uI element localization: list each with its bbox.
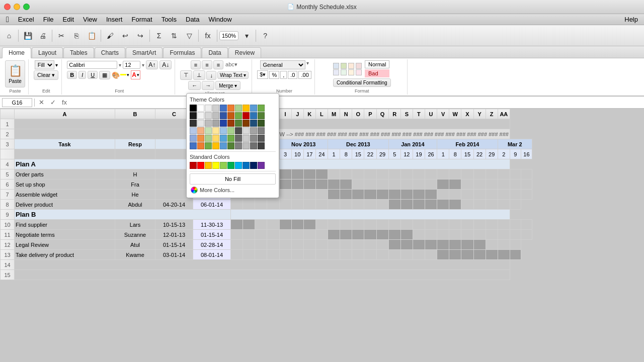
wrap-text-button[interactable]: Wrap Text ▾: [217, 71, 249, 79]
font-name-input[interactable]: [67, 61, 117, 69]
normal-style-box[interactable]: Normal: [365, 60, 389, 68]
swatch[interactable]: [250, 135, 257, 142]
help-icon[interactable]: ?: [258, 29, 272, 43]
align-top-button[interactable]: ⊤: [180, 70, 192, 80]
fx-icon[interactable]: fx: [201, 29, 215, 43]
swatch[interactable]: [243, 135, 250, 142]
paste-button[interactable]: 📋 Paste: [5, 60, 25, 87]
swatch[interactable]: [250, 105, 257, 112]
zoom-dropdown[interactable]: ▾: [239, 29, 254, 43]
zoom-control[interactable]: 150%: [219, 31, 238, 40]
col-header-AA[interactable]: AA: [498, 109, 510, 119]
swatch[interactable]: [205, 112, 212, 119]
swatch[interactable]: [212, 105, 219, 112]
swatch[interactable]: [205, 120, 212, 127]
more-colors-button[interactable]: More Colors...: [190, 186, 276, 195]
paste-icon[interactable]: 📋: [85, 29, 99, 43]
swatch[interactable]: [258, 112, 265, 119]
align-left-button[interactable]: ≡: [191, 60, 201, 69]
comma-button[interactable]: ,: [280, 71, 287, 79]
cut-icon[interactable]: ✂: [54, 29, 68, 43]
swatch[interactable]: [220, 142, 227, 149]
col-header-S[interactable]: S: [400, 109, 413, 119]
formula-confirm-button[interactable]: ✓: [48, 99, 58, 106]
swatch-blue[interactable]: [243, 162, 250, 169]
swatch[interactable]: [250, 112, 257, 119]
swatch[interactable]: [220, 127, 227, 134]
col-header-I[interactable]: I: [279, 109, 291, 119]
swatch[interactable]: [235, 127, 242, 134]
tab-data[interactable]: Data: [202, 47, 227, 58]
conditional-format-button[interactable]: Conditional Formatting: [333, 78, 391, 87]
italic-button[interactable]: I: [78, 71, 86, 79]
swatch[interactable]: [258, 135, 265, 142]
swatch[interactable]: [212, 112, 219, 119]
swatch[interactable]: [243, 112, 250, 119]
swatch[interactable]: [212, 127, 219, 134]
swatch[interactable]: [212, 135, 219, 142]
swatch[interactable]: [190, 127, 197, 134]
decimal-decrease-button[interactable]: .00: [298, 71, 311, 79]
col-header-Z[interactable]: Z: [486, 109, 498, 119]
swatch[interactable]: [235, 142, 242, 149]
cell-reference-box[interactable]: [2, 98, 32, 107]
tab-home[interactable]: Home: [2, 47, 31, 58]
tab-review[interactable]: Review: [228, 47, 261, 58]
swatch[interactable]: [205, 127, 212, 134]
filter-icon[interactable]: ▽: [182, 29, 196, 43]
swatch[interactable]: [205, 142, 212, 149]
col-header-K[interactable]: K: [303, 109, 315, 119]
redo-icon[interactable]: ↪: [133, 29, 147, 43]
indent-increase-button[interactable]: →: [202, 81, 214, 90]
swatch[interactable]: [243, 142, 250, 149]
swatch-dark-red[interactable]: [190, 162, 197, 169]
swatch[interactable]: [227, 135, 234, 142]
swatch[interactable]: [227, 142, 234, 149]
swatch[interactable]: [197, 142, 204, 149]
font-size-input[interactable]: [123, 61, 140, 69]
underline-button[interactable]: U: [88, 71, 98, 79]
decimal-increase-button[interactable]: .0: [288, 71, 297, 79]
formula-cancel-button[interactable]: ✕: [37, 99, 46, 106]
swatch[interactable]: [243, 105, 250, 112]
swatch[interactable]: [235, 135, 242, 142]
swatch[interactable]: [227, 105, 234, 112]
swatch[interactable]: [250, 142, 257, 149]
swatch-orange[interactable]: [205, 162, 212, 169]
swatch[interactable]: [197, 112, 204, 119]
swatch-red[interactable]: [197, 162, 204, 169]
menu-insert[interactable]: Insert: [102, 15, 127, 24]
col-header-A[interactable]: A: [15, 109, 115, 119]
fill-color-button[interactable]: 🎨 ▾: [112, 71, 129, 79]
swatch[interactable]: [243, 127, 250, 134]
swatch[interactable]: [235, 112, 242, 119]
col-header-J[interactable]: J: [291, 109, 303, 119]
menu-help[interactable]: Help: [620, 15, 642, 24]
borders-button[interactable]: ▦: [99, 71, 110, 79]
sum-icon[interactable]: Σ: [152, 29, 166, 43]
swatch[interactable]: [190, 135, 197, 142]
col-header-W[interactable]: W: [449, 109, 461, 119]
number-format-dropdown[interactable]: General: [260, 60, 305, 69]
minimize-button[interactable]: [14, 4, 20, 10]
swatch[interactable]: [258, 120, 265, 127]
swatch[interactable]: [212, 120, 219, 127]
menu-data[interactable]: Data: [182, 15, 203, 24]
swatch-dark-blue[interactable]: [250, 162, 257, 169]
font-color-button[interactable]: A ▾: [131, 70, 140, 79]
menu-format[interactable]: Format: [127, 15, 156, 24]
swatch[interactable]: [220, 120, 227, 127]
col-header-B[interactable]: B: [115, 109, 155, 119]
col-header-R[interactable]: R: [388, 109, 400, 119]
apple-menu[interactable]: : [2, 15, 13, 24]
swatch[interactable]: [205, 135, 212, 142]
save-icon[interactable]: 💾: [21, 29, 35, 43]
swatch[interactable]: [190, 120, 197, 127]
swatch-yellow[interactable]: [212, 162, 219, 169]
currency-button[interactable]: $▾: [257, 70, 268, 79]
close-button[interactable]: [4, 4, 11, 10]
fx-button[interactable]: fx: [60, 99, 69, 106]
align-right-button[interactable]: ≡: [213, 60, 223, 69]
col-header-M[interactable]: M: [328, 109, 340, 119]
swatch[interactable]: [197, 135, 204, 142]
